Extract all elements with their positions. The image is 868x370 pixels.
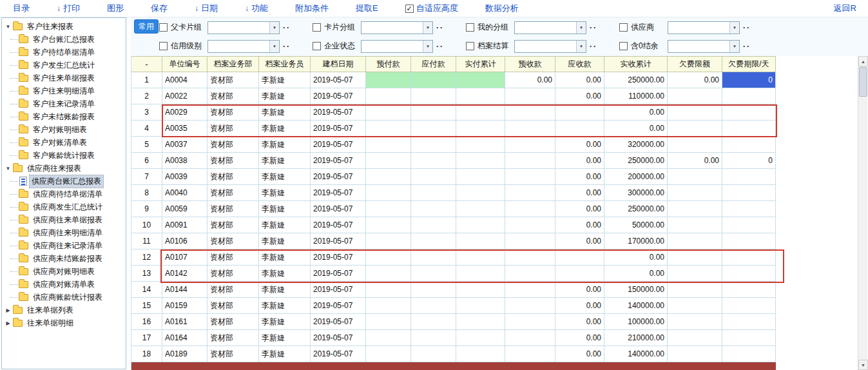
column-header[interactable]: 单位编号 — [162, 56, 207, 72]
table-cell[interactable] — [411, 282, 456, 298]
table-row[interactable]: 16A0161资材部李新婕2019-05-070.00100000.00 — [131, 314, 858, 330]
sidebar-item[interactable]: 客户往来明细清单 — [2, 84, 126, 97]
more-options-button[interactable]: ·· — [743, 23, 751, 32]
column-header[interactable]: 欠费期限/天 — [722, 56, 776, 72]
row-number-cell[interactable]: 4 — [131, 121, 162, 137]
table-cell[interactable]: 0 — [722, 72, 776, 88]
filter-checkbox[interactable] — [159, 23, 168, 32]
filter-checkbox[interactable] — [159, 42, 168, 50]
table-cell[interactable] — [505, 249, 555, 266]
table-cell[interactable] — [411, 121, 456, 137]
table-cell[interactable]: 2019-05-07 — [311, 233, 366, 249]
sidebar-item[interactable]: 供应商发生汇总统计 — [2, 200, 126, 213]
table-cell[interactable]: 0.00 — [555, 185, 604, 201]
table-cell[interactable]: 0.00 — [668, 153, 722, 169]
table-cell[interactable] — [411, 153, 456, 169]
table-cell[interactable] — [366, 121, 411, 137]
table-cell[interactable] — [411, 104, 456, 121]
more-options-button[interactable]: ·· — [436, 23, 444, 32]
table-cell[interactable] — [668, 266, 722, 282]
filter-dropdown[interactable]: ▾ — [361, 40, 433, 53]
table-cell[interactable]: A0039 — [162, 169, 207, 185]
table-cell[interactable] — [456, 249, 505, 266]
more-options-button[interactable]: ·· — [283, 42, 291, 51]
table-cell[interactable] — [668, 121, 722, 137]
toolbar-item[interactable]: 保存 — [151, 3, 168, 14]
row-number-cell[interactable]: 15 — [131, 298, 162, 314]
sidebar-item[interactable]: 客户台账汇总报表 — [2, 33, 126, 46]
filter-dropdown[interactable]: ▾ — [207, 40, 280, 53]
table-cell[interactable]: 2019-05-07 — [311, 266, 366, 282]
table-cell[interactable] — [411, 314, 456, 330]
filter-checkbox[interactable] — [313, 23, 321, 32]
row-number-cell[interactable]: 16 — [131, 314, 162, 330]
column-header[interactable]: 预收款 — [505, 56, 555, 72]
table-row[interactable]: 8A0040资材部李新婕2019-05-070.00300000.00 — [131, 185, 858, 201]
column-header[interactable]: 实收累计 — [604, 56, 668, 72]
filter-checkbox[interactable] — [619, 42, 628, 50]
table-cell[interactable] — [722, 314, 776, 330]
row-number-cell[interactable]: 2 — [131, 88, 162, 104]
table-cell[interactable]: 李新婕 — [259, 282, 311, 298]
table-cell[interactable]: A0059 — [162, 201, 207, 217]
table-cell[interactable]: 0.00 — [555, 298, 604, 314]
sidebar-item[interactable]: ▶往来单据列表 — [2, 304, 126, 316]
table-cell[interactable] — [722, 169, 776, 185]
table-cell[interactable]: 李新婕 — [259, 104, 311, 121]
table-cell[interactable]: A0107 — [162, 249, 207, 266]
table-cell[interactable] — [456, 217, 505, 233]
table-cell[interactable] — [505, 88, 555, 104]
table-row[interactable]: 2A0022资材部李新婕2019-05-070.00110000.00 — [131, 88, 858, 104]
row-number-cell[interactable]: 17 — [131, 330, 162, 346]
more-options-button[interactable]: ·· — [436, 42, 444, 51]
column-header[interactable]: 应收款 — [555, 56, 604, 72]
table-cell[interactable] — [411, 201, 456, 217]
toolbar-item[interactable]: 提取E — [356, 3, 378, 14]
table-cell[interactable] — [456, 169, 505, 185]
table-cell[interactable] — [722, 249, 776, 266]
table-cell[interactable]: 320000.00 — [604, 137, 668, 153]
dropdown-arrow-icon[interactable]: ▾ — [576, 22, 586, 34]
sidebar-item[interactable]: ▼供应商往来报表 — [2, 162, 126, 175]
table-cell[interactable] — [366, 137, 411, 153]
filter-dropdown[interactable]: ▾ — [668, 40, 740, 53]
sidebar-item[interactable]: 供应商未结账龄报表 — [2, 252, 126, 265]
table-cell[interactable]: 2019-05-07 — [311, 153, 366, 169]
table-cell[interactable] — [668, 88, 722, 104]
table-cell[interactable] — [456, 88, 505, 104]
toolbar-item[interactable]: ↓日期 — [195, 3, 218, 14]
table-cell[interactable]: 210000.00 — [604, 330, 668, 346]
common-button[interactable]: 常用 — [134, 19, 159, 34]
table-cell[interactable]: 2019-05-07 — [311, 137, 366, 153]
table-cell[interactable] — [456, 104, 505, 121]
table-cell[interactable] — [505, 330, 555, 346]
sidebar-item[interactable]: 客户往来记录清单 — [2, 97, 126, 110]
column-header[interactable]: 欠费限额 — [668, 56, 722, 72]
table-cell[interactable] — [722, 217, 776, 233]
table-cell[interactable]: 140000.00 — [604, 298, 668, 314]
column-header[interactable]: 档案业务部 — [207, 56, 259, 72]
table-cell[interactable]: 100000.00 — [604, 314, 668, 330]
expand-icon[interactable]: ▶ — [4, 307, 12, 313]
table-row[interactable]: 3A0029资材部李新婕2019-05-070.00 — [131, 104, 858, 121]
table-row[interactable]: 4A0035资材部李新婕2019-05-070.00 — [131, 121, 858, 137]
dropdown-arrow-icon[interactable]: ▾ — [269, 22, 279, 34]
table-cell[interactable] — [366, 201, 411, 217]
filter-checkbox[interactable] — [313, 42, 321, 50]
filter-checkbox[interactable] — [466, 42, 474, 50]
table-cell[interactable] — [411, 249, 456, 266]
table-cell[interactable] — [456, 201, 505, 217]
table-cell[interactable]: 110000.00 — [604, 88, 668, 104]
table-cell[interactable] — [456, 314, 505, 330]
filter-dropdown[interactable]: ▾ — [514, 40, 586, 53]
table-cell[interactable]: 2019-05-07 — [311, 282, 366, 298]
sidebar-item[interactable]: ▼客户往来报表 — [2, 20, 126, 33]
table-cell[interactable] — [411, 88, 456, 104]
table-cell[interactable]: 李新婕 — [259, 185, 311, 201]
dropdown-arrow-icon[interactable]: ▾ — [423, 41, 432, 52]
table-cell[interactable]: 250000.00 — [604, 201, 668, 217]
table-row[interactable]: 1A0004资材部李新婕2019-05-070.000.00250000.000… — [131, 72, 858, 88]
table-cell[interactable] — [366, 104, 411, 121]
table-cell[interactable]: 资材部 — [207, 201, 259, 217]
table-cell[interactable] — [505, 266, 555, 282]
